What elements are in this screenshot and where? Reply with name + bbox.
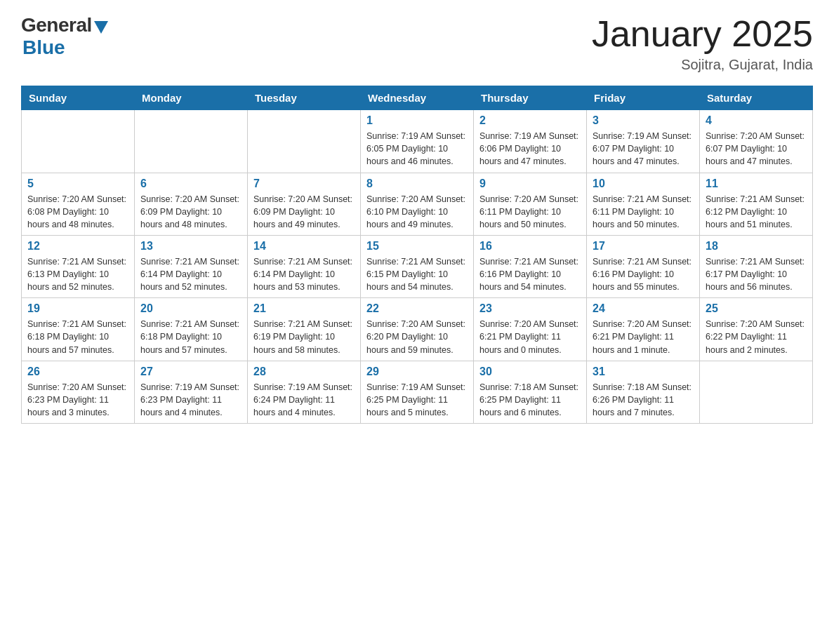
day-number: 9: [479, 177, 581, 190]
day-number: 4: [706, 114, 807, 127]
day-number: 17: [593, 240, 694, 253]
title-section: January 2025 Sojitra, Gujarat, India: [592, 14, 813, 73]
day-number: 10: [593, 177, 694, 190]
calendar-cell: 26Sunrise: 7:20 AM Sunset: 6:23 PM Dayli…: [22, 361, 135, 423]
day-number: 18: [706, 240, 807, 253]
day-header-friday: Friday: [587, 86, 700, 110]
day-info: Sunrise: 7:20 AM Sunset: 6:21 PM Dayligh…: [593, 318, 694, 356]
day-number: 2: [479, 114, 581, 127]
page-header: General Blue January 2025 Sojitra, Gujar…: [21, 14, 813, 73]
day-info: Sunrise: 7:21 AM Sunset: 6:18 PM Dayligh…: [27, 318, 128, 356]
day-header-sunday: Sunday: [22, 86, 135, 110]
day-info: Sunrise: 7:19 AM Sunset: 6:24 PM Dayligh…: [253, 381, 355, 419]
day-number: 24: [593, 302, 694, 315]
calendar-cell: 31Sunrise: 7:18 AM Sunset: 6:26 PM Dayli…: [587, 361, 700, 423]
calendar-body: 1Sunrise: 7:19 AM Sunset: 6:05 PM Daylig…: [22, 110, 813, 424]
day-info: Sunrise: 7:21 AM Sunset: 6:13 PM Dayligh…: [27, 255, 128, 293]
calendar-cell: [135, 110, 248, 173]
day-info: Sunrise: 7:21 AM Sunset: 6:16 PM Dayligh…: [593, 255, 694, 293]
day-info: Sunrise: 7:19 AM Sunset: 6:06 PM Dayligh…: [479, 130, 581, 168]
day-number: 26: [27, 365, 128, 378]
day-number: 3: [593, 114, 694, 127]
calendar-cell: 2Sunrise: 7:19 AM Sunset: 6:06 PM Daylig…: [474, 110, 587, 173]
calendar-cell: 10Sunrise: 7:21 AM Sunset: 6:11 PM Dayli…: [587, 173, 700, 235]
calendar-cell: 19Sunrise: 7:21 AM Sunset: 6:18 PM Dayli…: [22, 298, 135, 361]
calendar-cell: [248, 110, 361, 173]
day-number: 25: [706, 302, 807, 315]
day-number: 20: [140, 302, 241, 315]
calendar-cell: 4Sunrise: 7:20 AM Sunset: 6:07 PM Daylig…: [700, 110, 813, 173]
day-number: 23: [479, 302, 581, 315]
day-info: Sunrise: 7:20 AM Sunset: 6:11 PM Dayligh…: [479, 193, 581, 231]
day-info: Sunrise: 7:20 AM Sunset: 6:22 PM Dayligh…: [706, 318, 807, 356]
calendar-cell: 1Sunrise: 7:19 AM Sunset: 6:05 PM Daylig…: [361, 110, 474, 173]
day-info: Sunrise: 7:19 AM Sunset: 6:25 PM Dayligh…: [366, 381, 468, 419]
day-info: Sunrise: 7:20 AM Sunset: 6:07 PM Dayligh…: [706, 130, 807, 168]
logo-blue-text: Blue: [22, 36, 65, 59]
day-number: 11: [706, 177, 807, 190]
day-info: Sunrise: 7:21 AM Sunset: 6:15 PM Dayligh…: [366, 255, 468, 293]
day-info: Sunrise: 7:21 AM Sunset: 6:14 PM Dayligh…: [253, 255, 355, 293]
day-header-monday: Monday: [135, 86, 248, 110]
day-number: 22: [366, 302, 468, 315]
day-number: 13: [140, 240, 241, 253]
calendar-cell: 13Sunrise: 7:21 AM Sunset: 6:14 PM Dayli…: [135, 235, 248, 297]
day-number: 5: [27, 177, 128, 190]
day-number: 29: [366, 365, 468, 378]
calendar-week-row: 5Sunrise: 7:20 AM Sunset: 6:08 PM Daylig…: [22, 173, 813, 235]
day-info: Sunrise: 7:20 AM Sunset: 6:10 PM Dayligh…: [366, 193, 468, 231]
calendar-cell: [22, 110, 135, 173]
day-number: 16: [479, 240, 581, 253]
calendar-cell: 14Sunrise: 7:21 AM Sunset: 6:14 PM Dayli…: [248, 235, 361, 297]
day-header-tuesday: Tuesday: [248, 86, 361, 110]
calendar-cell: 29Sunrise: 7:19 AM Sunset: 6:25 PM Dayli…: [361, 361, 474, 423]
day-info: Sunrise: 7:21 AM Sunset: 6:17 PM Dayligh…: [706, 255, 807, 293]
day-info: Sunrise: 7:19 AM Sunset: 6:23 PM Dayligh…: [140, 381, 241, 419]
day-info: Sunrise: 7:21 AM Sunset: 6:11 PM Dayligh…: [593, 193, 694, 231]
day-info: Sunrise: 7:20 AM Sunset: 6:21 PM Dayligh…: [479, 318, 581, 356]
day-number: 14: [253, 240, 355, 253]
calendar-cell: 12Sunrise: 7:21 AM Sunset: 6:13 PM Dayli…: [22, 235, 135, 297]
day-header-wednesday: Wednesday: [361, 86, 474, 110]
calendar-cell: 28Sunrise: 7:19 AM Sunset: 6:24 PM Dayli…: [248, 361, 361, 423]
day-info: Sunrise: 7:21 AM Sunset: 6:16 PM Dayligh…: [479, 255, 581, 293]
day-number: 7: [253, 177, 355, 190]
day-info: Sunrise: 7:19 AM Sunset: 6:05 PM Dayligh…: [366, 130, 468, 168]
day-info: Sunrise: 7:19 AM Sunset: 6:07 PM Dayligh…: [593, 130, 694, 168]
calendar-cell: 6Sunrise: 7:20 AM Sunset: 6:09 PM Daylig…: [135, 173, 248, 235]
location-subtitle: Sojitra, Gujarat, India: [592, 57, 813, 73]
day-number: 12: [27, 240, 128, 253]
calendar-table: SundayMondayTuesdayWednesdayThursdayFrid…: [21, 86, 813, 424]
logo: General Blue: [21, 14, 108, 59]
calendar-header: SundayMondayTuesdayWednesdayThursdayFrid…: [22, 86, 813, 110]
calendar-week-row: 1Sunrise: 7:19 AM Sunset: 6:05 PM Daylig…: [22, 110, 813, 173]
day-number: 21: [253, 302, 355, 315]
calendar-week-row: 19Sunrise: 7:21 AM Sunset: 6:18 PM Dayli…: [22, 298, 813, 361]
logo-general-text: General: [21, 14, 92, 36]
calendar-cell: 22Sunrise: 7:20 AM Sunset: 6:20 PM Dayli…: [361, 298, 474, 361]
day-number: 27: [140, 365, 241, 378]
calendar-cell: [700, 361, 813, 423]
calendar-cell: 15Sunrise: 7:21 AM Sunset: 6:15 PM Dayli…: [361, 235, 474, 297]
calendar-cell: 27Sunrise: 7:19 AM Sunset: 6:23 PM Dayli…: [135, 361, 248, 423]
day-info: Sunrise: 7:18 AM Sunset: 6:25 PM Dayligh…: [479, 381, 581, 419]
day-info: Sunrise: 7:20 AM Sunset: 6:20 PM Dayligh…: [366, 318, 468, 356]
day-info: Sunrise: 7:20 AM Sunset: 6:09 PM Dayligh…: [253, 193, 355, 231]
day-number: 1: [366, 114, 468, 127]
calendar-cell: 5Sunrise: 7:20 AM Sunset: 6:08 PM Daylig…: [22, 173, 135, 235]
day-headers-row: SundayMondayTuesdayWednesdayThursdayFrid…: [22, 86, 813, 110]
day-number: 8: [366, 177, 468, 190]
calendar-week-row: 26Sunrise: 7:20 AM Sunset: 6:23 PM Dayli…: [22, 361, 813, 423]
day-number: 31: [593, 365, 694, 378]
logo-triangle-icon: [94, 21, 108, 34]
calendar-cell: 3Sunrise: 7:19 AM Sunset: 6:07 PM Daylig…: [587, 110, 700, 173]
day-info: Sunrise: 7:20 AM Sunset: 6:08 PM Dayligh…: [27, 193, 128, 231]
day-info: Sunrise: 7:18 AM Sunset: 6:26 PM Dayligh…: [593, 381, 694, 419]
calendar-cell: 9Sunrise: 7:20 AM Sunset: 6:11 PM Daylig…: [474, 173, 587, 235]
day-info: Sunrise: 7:20 AM Sunset: 6:09 PM Dayligh…: [140, 193, 241, 231]
calendar-cell: 18Sunrise: 7:21 AM Sunset: 6:17 PM Dayli…: [700, 235, 813, 297]
day-number: 15: [366, 240, 468, 253]
calendar-cell: 16Sunrise: 7:21 AM Sunset: 6:16 PM Dayli…: [474, 235, 587, 297]
calendar-cell: 23Sunrise: 7:20 AM Sunset: 6:21 PM Dayli…: [474, 298, 587, 361]
day-number: 6: [140, 177, 241, 190]
